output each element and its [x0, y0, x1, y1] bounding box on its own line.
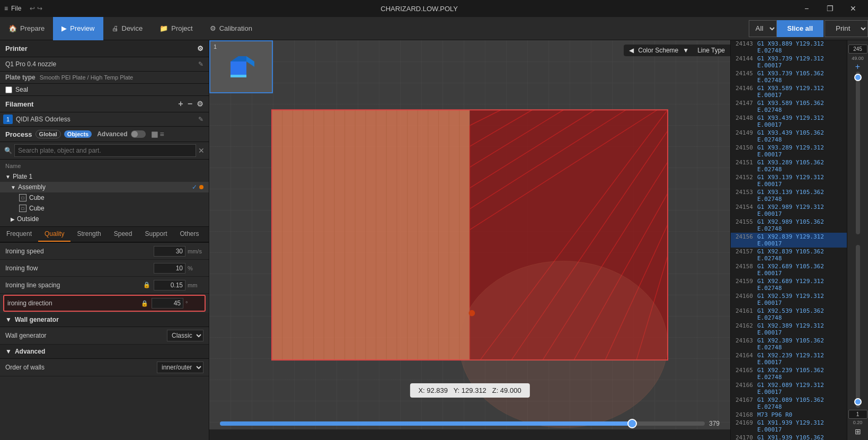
progress-thumb[interactable]: [627, 419, 637, 428]
printer-name: Q1 Pro 0.4 nozzle: [5, 60, 196, 68]
ironing-speed-input[interactable]: [154, 246, 185, 257]
gcode-line-command: G1 X92.839 Y129.312 E.00017: [757, 233, 844, 247]
tab-strength[interactable]: Strength: [70, 227, 107, 242]
seal-row: Seal: [0, 84, 209, 96]
app-icon: ≡: [4, 5, 8, 12]
advanced-arrow-icon: ▼: [5, 348, 12, 355]
gcode-line-number: 24167: [734, 397, 753, 410]
file-label[interactable]: File: [11, 5, 21, 12]
gcode-line-command: G1 X92.539 Y129.312 E.00017: [757, 293, 844, 306]
gcode-line-24158: 24158G1 X92.689 Y105.362 E.00017: [731, 262, 847, 277]
global-badge[interactable]: Global: [36, 130, 61, 138]
filament-gear-icon[interactable]: ⚙: [197, 100, 203, 108]
direction-lock-icon: 🔒: [141, 300, 148, 307]
gcode-line-number: 24154: [734, 204, 753, 217]
clear-icon[interactable]: ✕: [198, 146, 205, 155]
redo-btn[interactable]: ↪: [37, 5, 42, 12]
ironing-flow-row: Ironing flow %: [0, 260, 209, 277]
gcode-line-number: 24152: [734, 174, 753, 188]
layers-icon[interactable]: ⊞: [855, 427, 861, 436]
search-input[interactable]: [14, 144, 196, 157]
ironing-line-spacing-input[interactable]: [154, 280, 185, 291]
print-dropdown[interactable]: Print: [825, 20, 868, 37]
bottom-slider-thumb[interactable]: [854, 398, 862, 406]
gcode-line-command: G1 X93.289 Y105.362 E.02748: [757, 159, 844, 173]
grid-icon[interactable]: ▦: [151, 130, 158, 138]
close-button[interactable]: ✕: [843, 1, 864, 16]
device-label: Device: [122, 24, 143, 32]
color-scheme-dropdown-icon[interactable]: ▼: [683, 47, 689, 54]
settings-icon[interactable]: ≡: [160, 130, 164, 138]
bottom-slider-track[interactable]: [856, 245, 860, 408]
window-title: CHARIZARD.LOW.POLY: [42, 5, 796, 13]
progress-track[interactable]: [220, 421, 705, 426]
gcode-line-24164: 24164G1 X92.239 Y129.312 E.00017: [731, 351, 847, 366]
file-menu[interactable]: ≡ File: [4, 5, 21, 12]
tab-device[interactable]: 🖨 Device: [103, 17, 152, 40]
tab-frequent[interactable]: Frequent: [0, 227, 38, 242]
advanced-section[interactable]: ▼ Advanced: [0, 345, 209, 359]
slice-dropdown[interactable]: All: [749, 20, 777, 37]
tree-cube2[interactable]: □ Cube: [0, 203, 209, 214]
ironing-direction-input[interactable]: [152, 298, 183, 309]
gcode-line-24143: 24143G1 X93.889 Y129.312 E.02748: [731, 40, 847, 55]
tree-plate1[interactable]: ▼ Plate 1: [0, 171, 209, 182]
top-slider-track[interactable]: [856, 72, 860, 234]
wall-generator-value-group: Classic: [167, 330, 203, 341]
printer-edit-icon[interactable]: ✎: [198, 60, 203, 68]
bottom-slider-wrap: [856, 245, 860, 408]
viewport[interactable]: 1: [209, 40, 730, 440]
wall-generator-select[interactable]: Classic: [167, 330, 203, 341]
filament-edit-icon[interactable]: ✎: [198, 116, 203, 123]
gcode-line-command: G1 X92.689 Y129.312 E.02748: [757, 278, 844, 292]
tab-support[interactable]: Support: [138, 227, 173, 242]
slice-area: All Slice all Print: [749, 20, 868, 37]
advanced-toggle[interactable]: [131, 130, 146, 138]
filament-add-icon[interactable]: +: [178, 99, 183, 109]
tab-prepare[interactable]: 🏠 Prepare: [0, 17, 53, 40]
gcode-line-24150: 24150G1 X93.289 Y129.312 E.00017: [731, 144, 847, 159]
tab-others[interactable]: Others: [174, 227, 206, 242]
color-scheme-label: Color Scheme: [638, 47, 678, 54]
slice-all-button[interactable]: Slice all: [777, 20, 823, 37]
tree-outside[interactable]: ▶ Outside: [0, 214, 209, 224]
gcode-line-number: 24149: [734, 129, 753, 143]
tree-assembly[interactable]: ▼ Assembly ✓: [0, 182, 209, 192]
coord-z: 49.000: [500, 386, 521, 394]
wall-generator-section-label: Wall generator: [15, 316, 59, 323]
gcode-line-number: 24169: [734, 419, 753, 433]
tab-speed[interactable]: Speed: [108, 227, 139, 242]
wall-generator-section[interactable]: ▼ Wall generator: [0, 313, 209, 327]
progress-value: 379: [709, 420, 720, 427]
objects-badge[interactable]: Objects: [64, 130, 92, 138]
gcode-line-number: 24170: [734, 434, 753, 440]
gcode-line-24168: 24168M73 P96 R0: [731, 411, 847, 419]
gcode-line-24167: 24167G1 X92.089 Y105.362 E.02748: [731, 396, 847, 411]
maximize-button[interactable]: ❐: [819, 1, 840, 16]
undo-btn[interactable]: ↩: [30, 5, 35, 12]
gcode-line-number: 24143: [734, 40, 753, 54]
top-slider-wrap: [856, 72, 860, 234]
ironing-direction-value-group: 🔒 °: [141, 298, 201, 309]
gcode-line-number: 24150: [734, 144, 753, 158]
tab-project[interactable]: 📁 Project: [151, 17, 201, 40]
color-scheme-expand-icon[interactable]: ◀: [629, 47, 634, 54]
cube2-label: Cube: [29, 205, 45, 212]
assembly-dot: [199, 185, 203, 189]
printer-gear-icon[interactable]: ⚙: [197, 45, 203, 52]
minimize-button[interactable]: −: [796, 1, 817, 16]
seal-checkbox[interactable]: [5, 86, 12, 93]
order-of-walls-select[interactable]: inner/outer: [157, 362, 203, 373]
process-icons: ▦ ≡: [151, 130, 164, 138]
wall-generator-label: Wall generator: [5, 332, 167, 339]
filament-remove-icon[interactable]: −: [188, 99, 192, 109]
tab-preview[interactable]: ▶ Preview: [53, 17, 103, 40]
top-slider-thumb[interactable]: [854, 74, 862, 81]
gcode-line-command: G1 X91.939 Y105.362 E.02748: [757, 434, 844, 440]
tab-quality[interactable]: Quality: [38, 227, 70, 242]
bottom-slider-label: 1: [848, 410, 867, 419]
ironing-flow-input[interactable]: [154, 263, 185, 274]
tree-cube1[interactable]: □ Cube: [0, 192, 209, 203]
tab-calibration[interactable]: ⚙ Calibration: [201, 17, 261, 40]
slider-add-icon[interactable]: +: [855, 62, 860, 72]
